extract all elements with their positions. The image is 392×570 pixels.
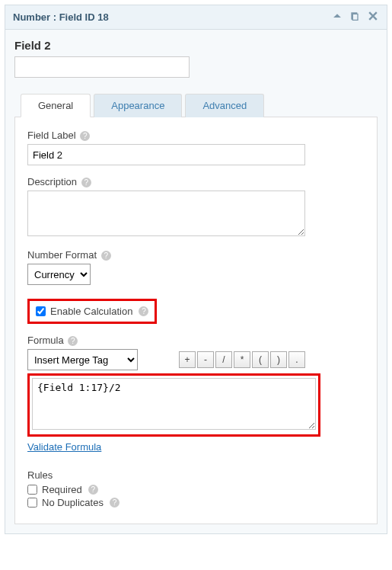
op-plus[interactable]: + [179,351,196,368]
no-duplicates-checkbox[interactable] [27,498,37,508]
number-format-select[interactable]: Currency [27,264,91,285]
formula-textarea[interactable]: {Field 1:17}/2 [32,378,316,430]
op-minus[interactable]: - [197,351,214,368]
op-lpar[interactable]: ( [252,351,269,368]
collapse-icon[interactable] [332,11,343,24]
label-field-label: Field Label ? [27,130,365,141]
label-description: Description ? [27,176,365,187]
field-preview-input[interactable] [14,56,190,78]
help-icon[interactable]: ? [68,336,78,346]
help-icon[interactable]: ? [80,131,90,141]
op-dot[interactable]: . [288,351,305,368]
label-enable-calculation: Enable Calculation [50,306,132,317]
enable-calculation-checkbox[interactable] [36,306,46,316]
tab-appearance[interactable]: Appearance [94,94,182,117]
field-label-input[interactable] [27,144,305,165]
label-required: Required [42,484,82,495]
operator-buttons: + - / * ( ) . [179,351,305,368]
close-icon[interactable] [367,10,379,24]
op-mul[interactable]: * [234,351,250,368]
merge-tag-select[interactable]: Insert Merge Tag [27,349,138,370]
duplicate-icon[interactable] [349,10,361,24]
tabs: General Appearance Advanced [14,88,378,117]
help-icon[interactable]: ? [101,251,111,261]
description-textarea[interactable] [27,191,305,236]
enable-calculation-highlight: Enable Calculation ? [27,299,157,324]
help-icon[interactable]: ? [88,485,98,495]
help-icon[interactable]: ? [81,178,91,187]
panel-title: Number : Field ID 18 [13,11,109,23]
op-rpar[interactable]: ) [270,351,287,368]
tab-advanced[interactable]: Advanced [185,94,264,117]
label-rules: Rules [27,469,365,481]
formula-highlight: {Field 1:17}/2 [27,373,320,437]
field-title: Field 2 [5,30,387,56]
tab-body-general: Field Label ? Description ? Number Forma… [14,117,378,524]
field-settings-panel: Number : Field ID 18 Field 2 General App… [5,5,387,534]
label-number-format: Number Format ? [27,249,365,261]
op-div[interactable]: / [215,351,232,368]
help-icon[interactable]: ? [110,498,120,508]
validate-formula-link[interactable]: Validate Formula [27,441,101,453]
required-checkbox[interactable] [27,485,37,495]
tab-general[interactable]: General [21,94,91,117]
label-formula: Formula ? [27,335,365,346]
panel-header: Number : Field ID 18 [5,5,387,30]
label-no-duplicates: No Duplicates [42,497,104,508]
help-icon[interactable]: ? [139,306,148,316]
